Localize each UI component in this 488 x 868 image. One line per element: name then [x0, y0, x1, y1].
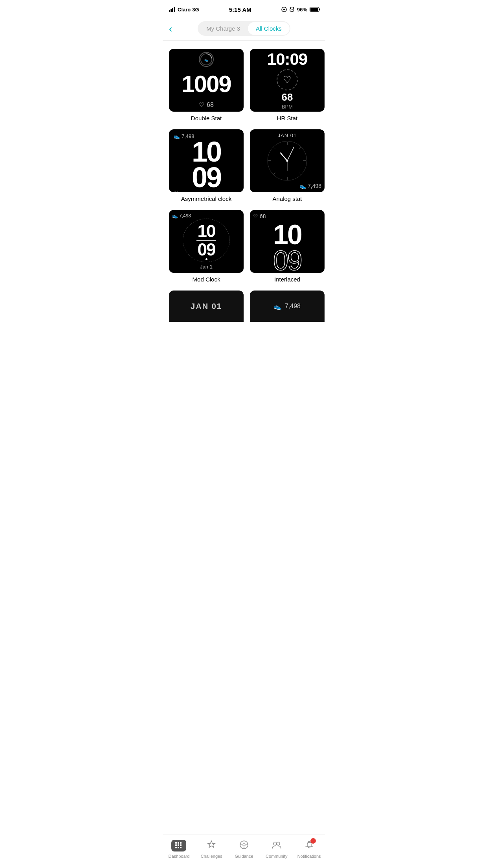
- mod-steps: 👟 7,498: [172, 213, 240, 219]
- battery-icon: [310, 7, 319, 12]
- ds-circle-top: 👟: [172, 52, 240, 67]
- asym-hours: 10: [192, 139, 221, 165]
- ds-step-circle: 👟: [199, 52, 214, 67]
- clock-item-interlaced[interactable]: ♡ 68 10 09 Interlaced: [250, 210, 325, 283]
- svg-rect-2: [172, 8, 173, 12]
- clock-face-mod-clock: 👟 7,498 10 09 Jan 1: [169, 210, 244, 273]
- carrier-label: Claro: [178, 7, 191, 13]
- mod-steps-icon: 👟: [172, 213, 178, 219]
- ds-progress-ring: 👟: [200, 52, 213, 66]
- svg-rect-0: [169, 10, 170, 12]
- partial-clock-item-left[interactable]: JAN 01: [169, 291, 244, 322]
- hr-stat-label: HR Stat: [277, 115, 298, 121]
- ds-heart-rate: ♡ 68: [199, 101, 214, 108]
- ds-time-display: 1009: [182, 72, 231, 96]
- mod-steps-value: 7,498: [179, 213, 191, 219]
- svg-line-23: [281, 153, 287, 161]
- svg-line-10: [293, 7, 294, 8]
- analog-steps-value: 7,498: [308, 183, 321, 189]
- asym-steps-icon: 👟: [174, 133, 180, 139]
- clock-item-hr-stat[interactable]: 10:09 ♡ 68 BPM HR Stat: [250, 49, 325, 121]
- clock-face-asymmetrical: 👟 7,498 10 09 ♡ 68: [169, 129, 244, 192]
- partial-clock-face-right: 👟 7,498: [250, 291, 325, 322]
- partial-date-text: JAN 01: [191, 302, 222, 311]
- clock-item-asymmetrical[interactable]: 👟 7,498 10 09 ♡ 68 Asymmetrical clock: [169, 129, 244, 202]
- status-left: Claro 3G: [169, 7, 199, 13]
- clock-item-analog-stat[interactable]: JAN 01: [250, 129, 325, 202]
- ds-heart-icon: ♡: [199, 101, 204, 108]
- tab-all-clocks[interactable]: All Clocks: [248, 22, 290, 35]
- partial-steps-icon: 👟: [274, 303, 282, 310]
- svg-rect-3: [174, 7, 175, 12]
- svg-point-26: [286, 160, 288, 162]
- partial-clocks-row: JAN 01 👟 7,498: [163, 291, 325, 361]
- interlaced-label: Interlaced: [274, 276, 300, 283]
- clock-face-analog-stat: JAN 01: [250, 129, 325, 192]
- network-type: 3G: [192, 7, 199, 13]
- double-stat-label: Double Stat: [191, 115, 222, 121]
- asymmetrical-label: Asymmetrical clock: [181, 195, 231, 202]
- svg-line-24: [287, 147, 294, 161]
- svg-point-5: [283, 9, 285, 10]
- partial-clock-face-left: JAN 01: [169, 291, 244, 322]
- tab-my-charge[interactable]: My Charge 3: [198, 22, 248, 35]
- clock-item-double-stat[interactable]: 👟 1009 ♡ 68 Double Stat: [169, 49, 244, 121]
- asym-minutes: 09: [192, 165, 221, 190]
- mod-date: Jan 1: [200, 264, 213, 270]
- hr-stat-ring: ♡: [277, 69, 298, 90]
- analog-steps-icon: 👟: [299, 183, 306, 189]
- tab-switcher: My Charge 3 All Clocks: [198, 21, 290, 36]
- svg-text:👟: 👟: [204, 58, 209, 62]
- asym-heart-rate: ♡ 68: [174, 190, 188, 192]
- location-icon: [281, 7, 287, 12]
- status-time: 5:15 AM: [229, 6, 251, 13]
- hr-stat-unit: BPM: [282, 104, 293, 110]
- interlaced-hr-value: 68: [260, 213, 266, 219]
- back-button[interactable]: ‹: [169, 24, 172, 34]
- ds-hr-value: 68: [207, 101, 214, 108]
- interlaced-minutes: 09: [273, 248, 301, 273]
- mod-dot: [205, 258, 207, 260]
- asym-heart-icon: ♡: [174, 190, 179, 192]
- svg-line-22: [299, 173, 301, 175]
- svg-line-9: [290, 7, 291, 8]
- alarm-icon: [289, 7, 295, 12]
- signal-icon: [169, 7, 176, 12]
- interlaced-hours: 10: [273, 221, 301, 248]
- clock-grid: 👟 1009 ♡ 68 Double Stat 10:09 ♡ 68 BPM H…: [163, 41, 325, 291]
- asym-hr-value: 68: [181, 190, 188, 192]
- analog-clock-area: [262, 141, 313, 180]
- svg-line-19: [273, 147, 275, 149]
- interlaced-heart: ♡ 68: [253, 213, 321, 219]
- mod-clock-label: Mod Clock: [193, 276, 220, 283]
- analog-stat-label: Analog stat: [272, 195, 302, 202]
- svg-line-20: [299, 147, 301, 149]
- status-right: 96%: [281, 7, 319, 13]
- partial-clock-item-right[interactable]: 👟 7,498: [250, 291, 325, 322]
- mod-minutes: 09: [198, 241, 215, 258]
- hr-stat-bpm: 68: [282, 92, 293, 102]
- analog-steps: 👟 7,498: [299, 183, 321, 189]
- hr-stat-time: 10:09: [267, 51, 307, 68]
- nav-header: ‹ My Charge 3 All Clocks: [163, 17, 325, 41]
- mod-ring: 10 09: [183, 219, 230, 262]
- partial-steps-value: 7,498: [285, 303, 301, 310]
- clock-face-interlaced: ♡ 68 10 09: [250, 210, 325, 273]
- battery-percent: 96%: [297, 7, 307, 13]
- svg-rect-1: [171, 9, 172, 12]
- svg-line-21: [273, 173, 275, 175]
- hr-heart-icon: ♡: [283, 74, 292, 85]
- interlaced-heart-icon: ♡: [253, 213, 258, 219]
- analog-date: JAN 01: [278, 132, 297, 138]
- clock-face-double-stat: 👟 1009 ♡ 68: [169, 49, 244, 112]
- mod-hours: 10: [198, 223, 215, 239]
- status-bar: Claro 3G 5:15 AM 96%: [163, 0, 325, 17]
- clock-face-hr-stat: 10:09 ♡ 68 BPM: [250, 49, 325, 112]
- clock-item-mod-clock[interactable]: 👟 7,498 10 09 Jan 1 Mod Clock: [169, 210, 244, 283]
- analog-ring-svg: [266, 139, 309, 182]
